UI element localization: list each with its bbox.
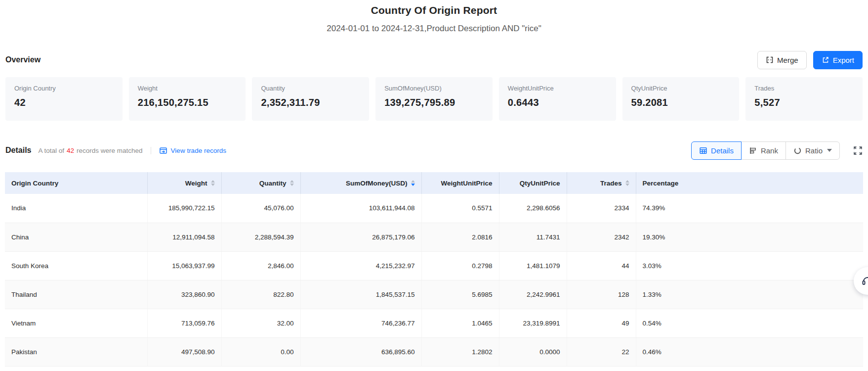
stat-card-sumofmoney-usd: SumOfMoney(USD)139,275,795.89 [375, 77, 493, 121]
column-header-label: Weight [185, 180, 207, 187]
cell-quantity: 32.00 [221, 309, 300, 337]
overview-bar: Overview Merge Export [0, 50, 868, 70]
ratio-mode-button[interactable]: Ratio [785, 141, 840, 160]
column-header-weight[interactable]: Weight [147, 172, 221, 194]
cell-quantity: 0.00 [221, 337, 300, 366]
page-title: Country Of Origin Report [0, 4, 868, 16]
column-header-sumofmoney-usd[interactable]: SumOfMoney(USD) [300, 172, 421, 194]
column-header-trades[interactable]: Trades [567, 172, 636, 194]
column-header-quantity[interactable]: Quantity [221, 172, 300, 194]
stat-card-qtyunitprice: QtyUnitPrice59.2081 [622, 77, 740, 121]
fullscreen-button[interactable] [853, 146, 863, 155]
column-header-label: Percentage [643, 180, 679, 187]
cell-weightunitprice: 5.6985 [421, 280, 499, 309]
cell-sumofmoney-usd: 636,895.60 [300, 337, 421, 366]
table-header: Origin CountryWeightQuantitySumOfMoney(U… [5, 172, 863, 194]
cell-percentage: 0.54% [636, 309, 863, 337]
table-grid-icon [699, 146, 707, 155]
column-header-inner: Origin Country [11, 180, 141, 187]
sort-carets-icon [411, 180, 415, 186]
matched-prefix: A total of [38, 147, 64, 154]
cell-sumofmoney-usd: 746,236.77 [300, 309, 421, 337]
trade-records-icon [159, 146, 167, 155]
stat-card-label: Quantity [261, 85, 360, 92]
matched-suffix: records were matched [77, 147, 143, 154]
details-heading: Details [5, 146, 31, 155]
cell-weight: 497,508.90 [147, 337, 221, 366]
cell-sumofmoney-usd: 103,611,944.08 [300, 194, 421, 223]
view-mode-group: Details Rank Ratio [691, 141, 840, 160]
merge-cells-icon [766, 56, 774, 64]
stat-card-quantity: Quantity2,352,311.79 [252, 77, 369, 121]
column-header-weightunitprice: WeightUnitPrice [421, 172, 499, 194]
table-row-china: China12,911,094.582,288,594.3926,875,179… [5, 223, 863, 251]
stat-card-value: 139,275,795.89 [384, 97, 484, 108]
matched-count: 42 [64, 147, 77, 154]
stat-card-value: 2,352,311.79 [261, 97, 360, 108]
column-header-qtyunitprice: QtyUnitPrice [499, 172, 567, 194]
column-header-inner: QtyUnitPrice [506, 180, 560, 187]
cell-quantity: 45,076.00 [221, 194, 300, 223]
stat-card-weightunitprice: WeightUnitPrice0.6443 [499, 77, 616, 121]
cell-percentage: 0.46% [636, 337, 863, 366]
table-row-pakistan: Pakistan497,508.900.00636,895.601.28020.… [5, 337, 863, 366]
cell-percentage: 74.39% [636, 194, 863, 223]
cell-weight: 713,059.76 [147, 309, 221, 337]
overview-heading: Overview [5, 55, 41, 64]
stat-card-label: Origin Country [14, 85, 114, 92]
cell-weight: 12,911,094.58 [147, 223, 221, 251]
cell-qtyunitprice: 23,319.8991 [499, 309, 567, 337]
headset-icon [861, 275, 868, 287]
details-bar-left: Details A total of42records were matched… [5, 146, 226, 155]
cell-origin-country: South Korea [5, 251, 147, 280]
stat-card-value: 59.2081 [631, 97, 731, 108]
cell-trades: 128 [567, 280, 636, 309]
overview-actions: Merge Export [757, 51, 863, 69]
cell-quantity: 822.80 [221, 280, 300, 309]
donut-ring-icon [793, 146, 802, 155]
cell-quantity: 2,846.00 [221, 251, 300, 280]
details-mode-button[interactable]: Details [691, 141, 742, 160]
cell-origin-country: Thailand [5, 280, 147, 309]
cell-weight: 323,860.90 [147, 280, 221, 309]
stat-card-label: Trades [754, 85, 854, 92]
column-header-label: WeightUnitPrice [441, 180, 492, 187]
overview-cards: Origin Country42Weight216,150,275.15Quan… [0, 77, 868, 121]
export-button-label: Export [833, 56, 854, 64]
view-trade-records-label: View trade records [171, 147, 226, 154]
stat-card-label: WeightUnitPrice [508, 85, 607, 92]
rank-mode-button[interactable]: Rank [741, 141, 786, 160]
cell-trades: 22 [567, 337, 636, 366]
stat-card-value: 42 [14, 97, 114, 108]
stat-card-value: 5,527 [754, 97, 854, 108]
column-header-inner: Trades [574, 180, 629, 187]
cell-qtyunitprice: 1,481.1079 [499, 251, 567, 280]
cell-percentage: 3.03% [636, 251, 863, 280]
view-trade-records-link[interactable]: View trade records [159, 146, 226, 155]
table-row-vietnam: Vietnam713,059.7632.00746,236.771.046523… [5, 309, 863, 337]
cell-sumofmoney-usd: 26,875,179.06 [300, 223, 421, 251]
rank-mode-label: Rank [761, 146, 778, 155]
stat-card-value: 216,150,275.15 [138, 97, 237, 108]
stat-card-trades: Trades5,527 [745, 77, 863, 121]
stat-card-label: QtyUnitPrice [631, 85, 731, 92]
report-subtitle: 2024-01-01 to 2024-12-31,Product Descrip… [0, 24, 868, 34]
cell-sumofmoney-usd: 1,845,537.15 [300, 280, 421, 309]
sort-carets-icon [290, 180, 294, 186]
cell-weightunitprice: 0.2798 [421, 251, 499, 280]
cell-weight: 185,990,722.15 [147, 194, 221, 223]
table-row-south-korea: South Korea15,063,937.992,846.004,215,23… [5, 251, 863, 280]
caret-down-icon [827, 149, 832, 152]
cell-trades: 2334 [567, 194, 636, 223]
column-header-label: QtyUnitPrice [520, 180, 560, 187]
report-header: Country Of Origin Report 2024-01-01 to 2… [0, 0, 868, 34]
merge-button[interactable]: Merge [757, 51, 807, 69]
country-of-origin-report-page: Country Of Origin Report 2024-01-01 to 2… [0, 0, 868, 371]
details-bar: Details A total of42records were matched… [0, 141, 868, 160]
export-button[interactable]: Export [813, 51, 863, 69]
stat-card-origin-country: Origin Country42 [5, 77, 123, 121]
cell-weightunitprice: 1.2802 [421, 337, 499, 366]
column-header-inner: Percentage [643, 180, 857, 187]
column-header-label: Origin Country [11, 180, 58, 187]
cell-sumofmoney-usd: 4,215,232.97 [300, 251, 421, 280]
